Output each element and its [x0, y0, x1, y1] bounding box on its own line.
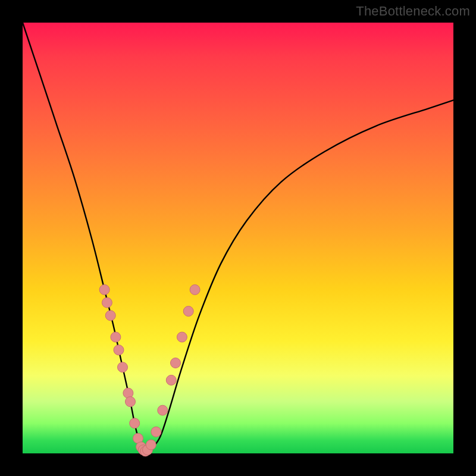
marker-dot: [102, 298, 112, 308]
marker-dot: [190, 284, 200, 295]
marker-dot: [177, 332, 187, 342]
marker-dot: [171, 358, 181, 368]
marker-dot: [111, 332, 121, 342]
marker-dot: [183, 306, 193, 317]
chart-frame: TheBottleneck.com: [0, 0, 476, 476]
marker-dot: [130, 418, 140, 428]
marker-dot: [146, 440, 156, 450]
marker-dot: [126, 397, 136, 407]
marker-dot: [166, 375, 176, 385]
marker-dot: [118, 362, 128, 372]
marker-dot: [158, 405, 168, 415]
marker-dot: [114, 345, 124, 355]
watermark-text: TheBottleneck.com: [356, 4, 470, 19]
marker-dot: [105, 311, 115, 321]
curve-layer: [23, 23, 453, 453]
marker-dot: [151, 427, 161, 437]
plot-area: [23, 23, 453, 453]
marker-dot: [99, 284, 109, 295]
bottleneck-curve: [23, 23, 453, 453]
marker-dots: [99, 284, 200, 456]
bottleneck-curve-path: [23, 23, 453, 453]
